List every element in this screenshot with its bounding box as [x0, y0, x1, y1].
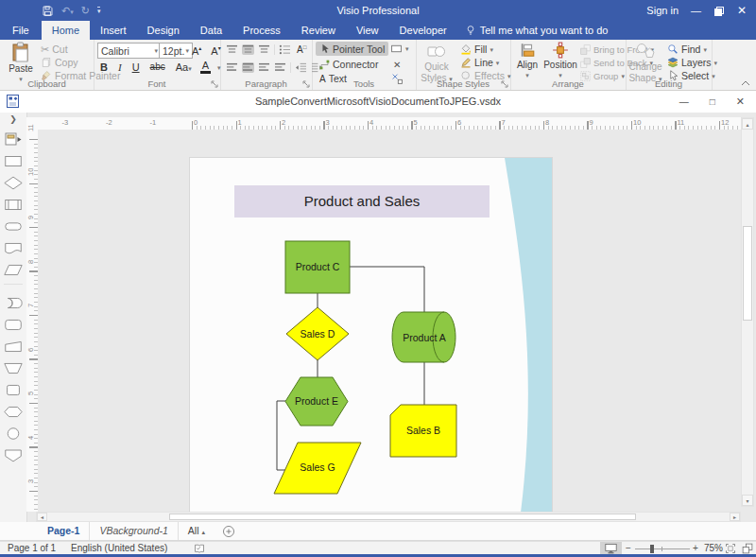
doc-maximize-button[interactable]: □	[710, 96, 715, 107]
zoom-in-icon[interactable]: +	[693, 543, 698, 554]
doc-close-button[interactable]: ✕	[736, 96, 745, 108]
stencil-hexagon[interactable]	[0, 404, 26, 419]
decrease-indent-icon[interactable]	[295, 62, 307, 73]
pointer-tool-button[interactable]: Pointer Tool	[316, 42, 388, 56]
horizontal-scrollbar[interactable]: ◂ ▸	[36, 512, 741, 522]
tab-insert[interactable]: Insert	[90, 21, 137, 40]
close-button[interactable]: ✕	[737, 4, 747, 17]
fill-icon	[460, 44, 472, 55]
tell-me-box[interactable]: Tell me what you want to do	[457, 21, 616, 40]
align-left-icon[interactable]	[226, 62, 238, 73]
text-direction-button[interactable]: A□	[295, 41, 308, 57]
align-justify-icon[interactable]	[274, 62, 286, 73]
scroll-down-icon[interactable]: ▾	[742, 495, 753, 506]
align-top-icon[interactable]	[226, 44, 238, 55]
more-shapes-icon[interactable]	[0, 131, 26, 147]
stencil-parallelogram[interactable]	[0, 262, 26, 277]
tab-view[interactable]: View	[346, 21, 389, 40]
scroll-left-icon[interactable]: ◂	[37, 513, 47, 521]
switch-windows-icon[interactable]	[742, 543, 753, 554]
doc-minimize-button[interactable]: —	[679, 96, 689, 107]
stencil-off-page[interactable]	[0, 447, 26, 462]
minimize-button[interactable]: —	[691, 5, 701, 16]
tab-home[interactable]: Home	[42, 21, 90, 40]
tab-data[interactable]: Data	[190, 21, 232, 40]
stencil-rectangle[interactable]	[0, 153, 26, 168]
stencil-rounded-process[interactable]	[0, 317, 26, 332]
tab-file[interactable]: File	[0, 21, 42, 40]
page-tab-all[interactable]: All ▴	[179, 522, 215, 541]
stencil-document[interactable]	[0, 240, 26, 255]
copy-icon	[41, 57, 52, 68]
position-button[interactable]: Position▾	[542, 42, 578, 78]
drawing-canvas[interactable]: Product and Sales	[38, 130, 741, 512]
strikethrough-button[interactable]: abc	[148, 61, 167, 74]
page-tab-page1[interactable]: Page-1	[38, 522, 90, 540]
collapse-ribbon-icon[interactable]	[741, 80, 750, 86]
fill-button[interactable]: Fill▾	[460, 43, 493, 56]
vertical-scrollbar[interactable]: ▴ ▾	[741, 117, 754, 507]
quick-styles-button[interactable]: Quick Styles ▾	[420, 42, 454, 83]
stencil-circle[interactable]	[0, 426, 26, 441]
underline-button[interactable]: U	[130, 61, 142, 74]
bold-button[interactable]: B	[98, 61, 110, 74]
align-middle-icon[interactable]	[242, 44, 254, 55]
vertical-scroll-thumb[interactable]	[743, 226, 752, 321]
stencil-direct-data[interactable]	[0, 295, 26, 310]
fit-page-icon[interactable]	[725, 543, 736, 554]
change-shape-button[interactable]: Change Shape ▾	[627, 42, 663, 83]
zoom-slider[interactable]	[635, 548, 690, 549]
tab-process[interactable]: Process	[232, 21, 291, 40]
align-center-icon[interactable]	[242, 62, 254, 73]
page-tab-vbackground1[interactable]: VBackground-1	[90, 522, 178, 540]
find-button[interactable]: Find▾	[667, 43, 707, 56]
zoom-level[interactable]: 75%	[704, 543, 723, 554]
connector-button[interactable]: Connector	[316, 58, 382, 71]
expand-shapes-panel-icon[interactable]: ❯	[0, 113, 26, 126]
language-indicator[interactable]: English (United States)	[71, 543, 167, 554]
stencil-diamond[interactable]	[0, 175, 26, 190]
copy-button[interactable]: Copy	[55, 57, 78, 68]
stencil-manual-operation[interactable]	[0, 360, 26, 375]
rectangle-tool-icon[interactable]	[390, 43, 403, 55]
italic-button[interactable]: I	[116, 61, 124, 74]
scroll-right-icon[interactable]: ▸	[730, 513, 740, 521]
group-label-clipboard: Clipboard	[0, 78, 94, 89]
tab-review[interactable]: Review	[291, 21, 346, 40]
v-ruler-label: 4	[26, 435, 35, 439]
horizontal-scroll-thumb[interactable]	[169, 513, 636, 520]
shapes-panel: ❯	[0, 113, 27, 522]
font-size-select[interactable]: 12pt.▾	[159, 43, 193, 59]
zoom-out-icon[interactable]: −	[626, 543, 631, 554]
proofing-icon[interactable]	[194, 543, 205, 554]
grow-font-button[interactable]: A▴	[190, 42, 203, 58]
change-case-button[interactable]: Aa▾	[174, 61, 194, 74]
tab-developer[interactable]: Developer	[389, 21, 457, 40]
connector-productE-salesG[interactable]	[277, 401, 286, 470]
page-indicator[interactable]: Page 1 of 1	[8, 543, 56, 554]
layers-button[interactable]: Layers▾	[667, 56, 717, 69]
line-button[interactable]: Line▾	[460, 56, 499, 69]
connector-productC-productA[interactable]	[350, 267, 424, 312]
cut-button[interactable]: Cut	[52, 44, 67, 55]
stencil-predefined-process[interactable]	[0, 197, 26, 212]
delete-tool-icon[interactable]: ✕	[393, 60, 401, 70]
sign-in-link[interactable]: Sign in	[646, 0, 679, 21]
shape-tools-arrow[interactable]: ▾	[405, 45, 409, 52]
paste-button[interactable]: Paste▾	[5, 42, 37, 82]
align-bottom-icon[interactable]	[258, 44, 270, 55]
scroll-up-icon[interactable]: ▴	[742, 118, 753, 130]
font-color-button[interactable]: A	[200, 61, 211, 74]
stencil-terminator[interactable]	[0, 218, 26, 234]
stencil-rounded-square[interactable]	[0, 382, 26, 397]
stencil-card[interactable]	[0, 339, 26, 354]
add-page-icon[interactable]	[222, 525, 235, 538]
tab-design[interactable]: Design	[137, 21, 190, 40]
presentation-mode-icon[interactable]	[600, 542, 622, 555]
bullets-icon[interactable]	[279, 44, 291, 55]
font-family-select[interactable]: Calibri▾	[97, 43, 162, 59]
align-button[interactable]: Align▾	[513, 42, 541, 78]
zoom-slider-thumb[interactable]	[650, 545, 654, 553]
restore-button[interactable]	[714, 5, 724, 16]
align-right-icon[interactable]	[258, 62, 270, 73]
